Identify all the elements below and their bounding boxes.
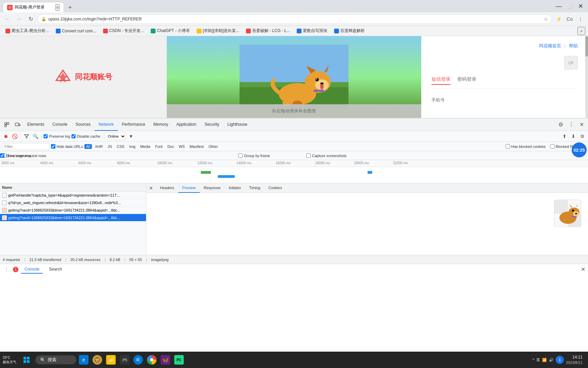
bookmark-curl[interactable]: Convert curl com... — [53, 28, 99, 34]
filter-type-media[interactable]: Media — [138, 144, 152, 149]
clear-button[interactable]: 🚫 — [11, 133, 18, 140]
console-tab[interactable]: Console — [21, 265, 43, 274]
blocked-requests-checkbox[interactable] — [550, 144, 555, 149]
throttle-select[interactable]: Online — [105, 133, 126, 140]
reload-button[interactable]: ↻ — [26, 14, 35, 24]
bookmark-icon[interactable]: ☆ — [544, 16, 548, 22]
filter-type-xhr[interactable]: XHR — [93, 144, 104, 149]
tab-performance[interactable]: Performance — [118, 119, 149, 131]
tab-sources[interactable]: Sources — [71, 119, 95, 131]
new-tab-button[interactable]: + — [65, 3, 75, 12]
console-close-button[interactable]: ✕ — [581, 266, 585, 273]
taskbar-app-email[interactable]: 🦋 — [159, 354, 172, 366]
show-overview-label[interactable]: Show overview — [0, 153, 31, 158]
forward-button[interactable]: → — [14, 14, 24, 24]
taskbar-app-pycharm[interactable]: PC — [173, 354, 185, 366]
taskbar-app-chrome[interactable] — [146, 354, 158, 366]
profile-icon[interactable]: Co — [565, 14, 574, 24]
devtools-settings-icon[interactable]: ⚙ — [556, 121, 566, 128]
hide-data-urls-label[interactable]: Hide data URLs — [51, 144, 83, 149]
active-tab[interactable]: 同花顺-用户登录 × — [3, 2, 64, 12]
filter-type-ws[interactable]: WS — [177, 144, 186, 149]
preserve-log-checkbox[interactable] — [44, 134, 48, 138]
extensions-icon[interactable]: ⚡ — [554, 14, 564, 24]
export-icon[interactable]: ⬇ — [570, 133, 577, 140]
record-button[interactable]: ⏺ — [2, 133, 10, 140]
tab-initiator[interactable]: Initiator — [225, 183, 245, 193]
filter-type-css[interactable]: CSS — [115, 144, 126, 149]
qr-code-icon[interactable]: QR — [564, 56, 578, 70]
chevron-up-icon[interactable]: ^ — [533, 358, 534, 362]
tab-application[interactable]: Application — [172, 119, 200, 131]
group-by-frame-label[interactable]: Group by frame — [238, 153, 270, 158]
taskbar-clock[interactable]: 14:11 2023/8/11 — [566, 354, 583, 365]
filter-type-doc[interactable]: Doc — [166, 144, 176, 149]
bookmark-52pojie[interactable]: 吾爱破解 - LCG - L... — [243, 27, 293, 35]
page-scrollbar[interactable] — [585, 36, 588, 118]
search-tab[interactable]: Search — [46, 265, 65, 274]
filter-type-font[interactable]: Font — [153, 144, 164, 149]
homepage-link[interactable]: 同花顺首页 — [539, 43, 561, 49]
devtools-close-button[interactable]: ✕ — [577, 121, 587, 128]
request-row-3[interactable]: getImg?rand=1368825933&time=1691734221.0… — [0, 206, 146, 214]
group-by-frame-checkbox[interactable] — [238, 153, 243, 158]
has-blocked-cookies-label[interactable]: Has blocked cookies — [506, 144, 545, 149]
tab-close-button[interactable]: × — [55, 4, 60, 11]
bookmark-baidu-pan[interactable]: 百度网盘解析 — [331, 27, 368, 35]
capture-screenshots-checkbox[interactable] — [306, 153, 311, 158]
request-row-1[interactable]: getPreHandle?captcha_type=4&appid=regist… — [0, 191, 146, 199]
bookmark-reverse[interactable]: [求助][求助]逆向某... — [194, 27, 242, 35]
bookmark-aishushu[interactable]: 爱数自写滑块 — [294, 27, 330, 35]
bookmark-crawler[interactable]: 爬虫工具-爬虫分析... — [3, 27, 52, 35]
disable-cache-label[interactable]: Disable cache — [71, 134, 100, 138]
capture-screenshots-label[interactable]: Capture screenshots — [306, 153, 347, 158]
filter-type-img[interactable]: Img — [128, 144, 137, 149]
minimize-button[interactable]: — — [554, 1, 564, 11]
network-settings-icon[interactable]: ⚙ — [578, 133, 586, 140]
request-row-2[interactable]: q?id=pc_web_imgveri.refresh&ld=browser&s… — [0, 199, 146, 206]
sms-login-tab[interactable]: 短信登录 — [431, 76, 451, 85]
filter-type-all[interactable]: All — [84, 144, 92, 149]
request-row-4[interactable]: getImg?rand=1368825933&time=1691734221.0… — [0, 214, 146, 221]
preserve-log-label[interactable]: Preserve log — [44, 134, 70, 138]
more-tools-icon[interactable]: ⋮ — [576, 14, 585, 24]
filter-input[interactable] — [2, 143, 50, 150]
tab-response[interactable]: Response — [200, 183, 225, 193]
taskbar-search[interactable]: 🔍 搜索 — [35, 355, 76, 364]
bookmark-csdn[interactable]: CSDN - 专业开发... — [100, 27, 147, 35]
search-icon[interactable]: 🔍 — [32, 133, 39, 140]
language-icon[interactable]: 英 — [536, 357, 540, 363]
tab-preview[interactable]: Preview — [178, 183, 200, 193]
filter-icon[interactable] — [23, 133, 30, 140]
restore-button[interactable]: ⬜ — [565, 1, 574, 11]
wifi-icon[interactable]: 📶 — [542, 358, 547, 362]
devtools-more-icon[interactable]: ⋮ — [566, 121, 577, 128]
console-options-icon[interactable]: ⋮ — [3, 266, 10, 273]
inspect-element-icon[interactable] — [1, 119, 12, 130]
password-login-tab[interactable]: 密码登录 — [457, 76, 476, 85]
filter-type-other[interactable]: Other — [207, 144, 220, 149]
tab-network[interactable]: Network — [95, 119, 118, 131]
notification-badge[interactable]: 1 — [556, 356, 564, 364]
address-bar[interactable]: 🔒 upass.10jqka.com.cn/login?redir=HTTP_R… — [37, 14, 552, 24]
detail-close-icon[interactable]: ✕ — [146, 183, 156, 193]
bookmarks-more-button[interactable]: » — [577, 27, 585, 35]
taskbar-app-files[interactable]: 📁 — [105, 354, 117, 366]
tab-console[interactable]: Console — [48, 119, 71, 131]
show-overview-checkbox[interactable] — [0, 153, 4, 158]
bookmark-chatgpt[interactable]: ChatGPT - 小博哥 — [148, 27, 192, 35]
help-link[interactable]: 帮助 — [569, 43, 578, 49]
filter-type-manifest[interactable]: Manifest — [188, 144, 206, 149]
filter-type-js[interactable]: JS — [106, 144, 114, 149]
responsive-mode-icon[interactable] — [12, 119, 23, 130]
tab-elements[interactable]: Elements — [23, 119, 48, 131]
tab-timing[interactable]: Timing — [245, 183, 264, 193]
taskbar-app-animal[interactable]: 🦁 — [91, 354, 103, 366]
scrollbar-thumb[interactable] — [585, 36, 588, 57]
hide-data-urls-checkbox[interactable] — [51, 144, 55, 149]
close-window-button[interactable]: ✕ — [576, 1, 585, 11]
throttle-dropdown-icon[interactable]: ▼ — [127, 133, 135, 140]
tab-security[interactable]: Security — [200, 119, 223, 131]
back-button[interactable]: ← — [3, 14, 12, 24]
tab-memory[interactable]: Memory — [149, 119, 172, 131]
